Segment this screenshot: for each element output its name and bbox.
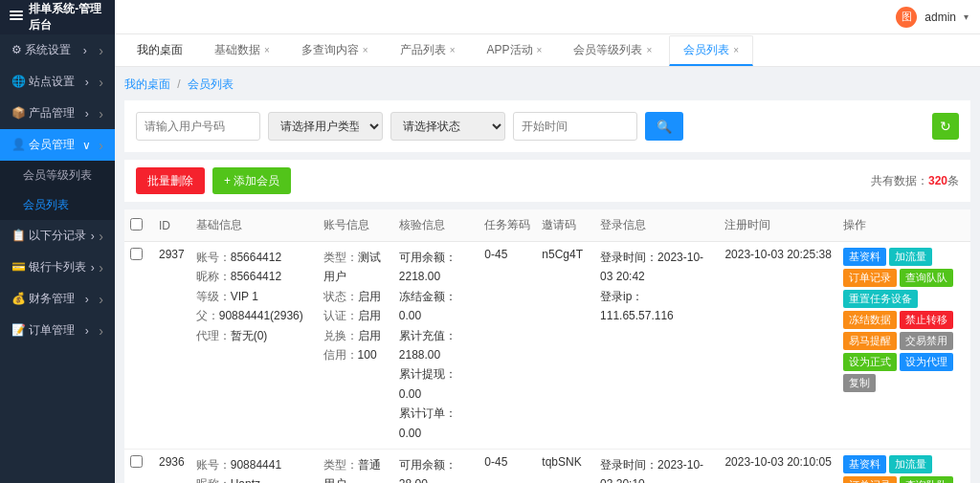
tab-product-list[interactable]: 产品列表 × xyxy=(386,35,470,65)
operation-button[interactable]: 设为正式 xyxy=(843,353,897,371)
operation-button[interactable]: 禁止转移 xyxy=(900,311,953,329)
sidebar-item-order-mgmt[interactable]: 📝 订单管理 › xyxy=(0,315,115,346)
row-checkbox-1[interactable] xyxy=(130,455,143,468)
chevron-down-icon: ∨ xyxy=(82,139,91,152)
sidebar: 排单系统-管理后台 ⚙ 系统设置 › 🌐 站点设置 › 📦 产品管理 › 👤 会… xyxy=(0,0,115,483)
sidebar-item-bank-list[interactable]: 💳 银行卡列表 › xyxy=(0,252,115,283)
tabs-bar: 我的桌面 基础数据 × 多查询内容 × 产品列表 × APP活动 × 会员等级列… xyxy=(115,34,980,67)
tab-member-list[interactable]: 会员列表 × xyxy=(669,35,753,66)
sidebar-item-member-mgmt[interactable]: 👤 会员管理 ∨ xyxy=(0,129,115,161)
action-bar-left: 批量删除 + 添加会员 xyxy=(136,167,291,194)
close-icon[interactable]: × xyxy=(733,45,739,55)
filter-bar: 请选择用户类型 测试用户 普通用户 请选择状态 启用 禁用 🔍 ↻ xyxy=(124,100,970,152)
sidebar-logo: 排单系统-管理后台 xyxy=(0,0,115,34)
user-no-input[interactable] xyxy=(136,112,260,141)
operation-button[interactable]: 复制 xyxy=(843,374,876,392)
user-dropdown-icon[interactable]: ▾ xyxy=(964,11,969,22)
page-content: 我的桌面 / 会员列表 请选择用户类型 测试用户 普通用户 请选择状态 启用 禁… xyxy=(115,67,980,483)
cell-basic-info: 账号：90884441 昵称：Hantz 等级：VIP 1 父：wugong(2… xyxy=(190,449,318,483)
tab-home[interactable]: 我的桌面 xyxy=(122,35,197,65)
tab-vip-level-list[interactable]: 会员等级列表 × xyxy=(559,35,666,65)
cell-login-info: 登录时间：2023-10-03 20:42 登录ip：111.65.57.116 xyxy=(594,242,719,450)
chevron-right-icon: › xyxy=(85,324,89,338)
cell-verify-info: 可用余额：2218.00 冻结金额：0.00 累计充值：2188.00 累计提现… xyxy=(393,242,479,450)
main-content: 图 admin ▾ 我的桌面 基础数据 × 多查询内容 × 产品列表 × xyxy=(115,0,980,483)
operation-button[interactable]: 查询队队 xyxy=(900,476,953,483)
operation-button[interactable]: 查询队队 xyxy=(900,269,953,287)
operation-button[interactable]: 交易禁用 xyxy=(900,332,953,350)
sidebar-item-site-settings[interactable]: 🌐 站点设置 › xyxy=(0,66,115,98)
col-verify-info: 核验信息 xyxy=(393,209,479,242)
tab-label: 多查询内容 xyxy=(301,42,359,58)
close-icon[interactable]: × xyxy=(363,45,368,55)
app-title: 排单系统-管理后台 xyxy=(29,1,105,33)
operation-button[interactable]: 易马提醒 xyxy=(843,332,897,350)
sidebar-item-finance-mgmt[interactable]: 💰 财务管理 › xyxy=(0,283,115,315)
cell-invite-code: tqbSNK xyxy=(536,449,594,483)
operation-button[interactable]: 加流量 xyxy=(889,455,932,473)
sidebar-item-label: 📦 产品管理 xyxy=(11,105,75,121)
chevron-right-icon: › xyxy=(83,44,87,57)
tab-label: 基础数据 xyxy=(214,42,260,58)
sidebar-item-label: 📋 以下分记录 xyxy=(11,228,86,244)
tab-app-activity[interactable]: APP活动 × xyxy=(473,35,557,65)
sidebar-item-label: 💳 银行卡列表 xyxy=(11,259,86,275)
username-text: admin xyxy=(924,11,956,24)
col-operations: 操作 xyxy=(837,209,970,242)
sidebar-item-level-split[interactable]: 📋 以下分记录 › xyxy=(0,220,115,252)
close-icon[interactable]: × xyxy=(264,45,270,55)
menu-icon[interactable] xyxy=(10,11,23,24)
tab-label: 产品列表 xyxy=(400,42,446,58)
select-all-checkbox[interactable] xyxy=(130,218,143,231)
tab-basic-data[interactable]: 基础数据 × xyxy=(200,35,284,65)
tab-label: APP活动 xyxy=(487,42,533,58)
sidebar-item-product-mgmt[interactable]: 📦 产品管理 › xyxy=(0,98,115,129)
cell-basic-info: 账号：85664412 昵称：85664412 等级：VIP 1 父：90884… xyxy=(190,242,318,450)
operation-button[interactable]: 基资料 xyxy=(843,248,886,266)
chevron-right-icon: › xyxy=(85,293,89,306)
operation-button[interactable]: 设为代理 xyxy=(900,353,953,371)
operation-button[interactable]: 订单记录 xyxy=(843,476,897,483)
table-row: 2936账号：90884441 昵称：Hantz 等级：VIP 1 父：wugo… xyxy=(124,449,970,483)
col-login-info: 登录信息 xyxy=(594,209,719,242)
operation-button[interactable]: 基资料 xyxy=(843,455,886,473)
chevron-right-icon: › xyxy=(85,76,89,89)
tab-multi-scene[interactable]: 多查询内容 × xyxy=(287,35,383,65)
add-member-button[interactable]: + 添加会员 xyxy=(212,167,291,194)
tab-label: 会员等级列表 xyxy=(573,42,642,58)
operation-button[interactable]: 重置任务设备 xyxy=(843,290,918,308)
sidebar-item-label: 🌐 站点设置 xyxy=(11,74,75,90)
breadcrumb: 我的桌面 / 会员列表 xyxy=(124,77,970,93)
cell-operations: 基资料加流量订单记录查询队队重置任务设备冻结数据禁止转移易马提醒交易禁用设为正式… xyxy=(837,242,970,450)
sidebar-item-member-list[interactable]: 会员列表 xyxy=(0,190,115,220)
close-icon[interactable]: × xyxy=(537,45,543,55)
operation-button[interactable]: 加流量 xyxy=(889,248,932,266)
close-icon[interactable]: × xyxy=(450,45,456,55)
col-basic-info: 基础信息 xyxy=(190,209,318,242)
operation-button[interactable]: 订单记录 xyxy=(843,269,897,287)
batch-delete-button[interactable]: 批量删除 xyxy=(136,167,205,194)
sidebar-submenu-member: 会员等级列表 会员列表 xyxy=(0,161,115,220)
cell-id: 2937 xyxy=(153,242,190,450)
close-icon[interactable]: × xyxy=(646,45,652,55)
chevron-right-icon: › xyxy=(85,107,89,121)
col-account-info: 账号信息 xyxy=(318,209,393,242)
refresh-button[interactable]: ↻ xyxy=(932,113,959,140)
sidebar-item-label: 👤 会员管理 xyxy=(11,137,75,153)
search-button[interactable]: 🔍 xyxy=(645,112,683,141)
cell-invite-code: n5Cg4T xyxy=(536,242,594,450)
start-time-input[interactable] xyxy=(513,112,637,141)
breadcrumb-home[interactable]: 我的桌面 xyxy=(124,77,170,91)
user-status-select[interactable]: 请选择状态 启用 禁用 xyxy=(390,112,505,141)
chevron-right-icon: › xyxy=(91,230,95,243)
header-right: 图 admin ▾ xyxy=(896,7,969,28)
user-type-select[interactable]: 请选择用户类型 测试用户 普通用户 xyxy=(268,112,383,141)
search-icon: 🔍 xyxy=(657,120,672,134)
cell-task-chips: 0-45 xyxy=(479,242,536,450)
sidebar-item-member-vip-list[interactable]: 会员等级列表 xyxy=(0,161,115,190)
col-invite-code: 邀请码 xyxy=(536,209,594,242)
operation-button[interactable]: 冻结数据 xyxy=(843,311,897,329)
chevron-right-icon: › xyxy=(91,261,95,274)
sidebar-item-system-settings[interactable]: ⚙ 系统设置 › xyxy=(0,34,115,66)
row-checkbox-0[interactable] xyxy=(130,248,143,260)
